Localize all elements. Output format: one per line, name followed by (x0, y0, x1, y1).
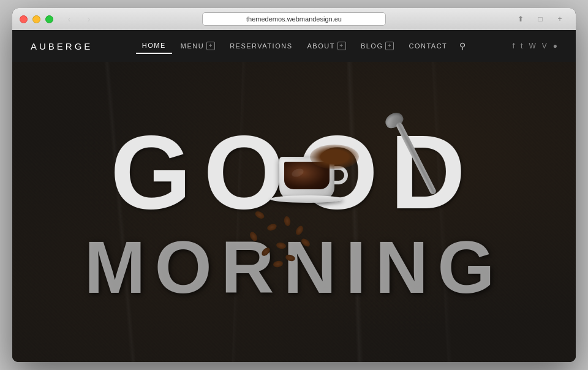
coffee-bean-3 (249, 231, 259, 243)
close-button[interactable] (20, 15, 28, 23)
menu-plus-icon: + (206, 42, 215, 50)
coffee-scene (243, 120, 402, 304)
coffee-bean-9 (300, 237, 312, 248)
coffee-powder (310, 145, 359, 169)
url-text: themedemos.webmandesign.eu (246, 15, 342, 23)
nav-links: HOME MENU + RESERVATIONS ABOUT + BLOG + … (136, 37, 470, 55)
coffee-shine (291, 167, 305, 178)
nav-blog[interactable]: BLOG + (355, 38, 401, 54)
facebook-icon[interactable]: f (513, 42, 514, 50)
search-icon[interactable]: ⚲ (456, 37, 469, 55)
coffee-bean-7 (285, 254, 296, 262)
social-icons: f t W V ● (513, 42, 557, 50)
globe-icon[interactable]: ● (553, 42, 557, 50)
nav-menu[interactable]: MENU + (175, 38, 221, 54)
new-tab-button[interactable]: □ (532, 13, 549, 25)
wordpress-icon[interactable]: W (529, 42, 535, 50)
nav-about[interactable]: ABOUT + (301, 38, 352, 54)
coffee-bean-10 (273, 260, 283, 268)
browser-window: ‹ › themedemos.webmandesign.eu ⬆ □ + AUB… (12, 8, 576, 362)
back-button[interactable]: ‹ (61, 13, 78, 25)
forward-button[interactable]: › (80, 13, 97, 25)
title-bar-right: ⬆ □ + (512, 13, 568, 25)
coffee-bean-2 (266, 223, 277, 232)
hero-section: GOOD MORNING (12, 62, 576, 362)
coffee-bean-1 (254, 210, 266, 221)
coffee-bean-8 (295, 225, 305, 236)
minimize-button[interactable] (32, 15, 40, 23)
site-logo: AUBERGE (31, 41, 92, 51)
coffee-bean-4 (276, 242, 286, 250)
nav-home[interactable]: HOME (136, 38, 172, 54)
nav-contact[interactable]: CONTACT (402, 39, 453, 53)
browser-nav-buttons: ‹ › (61, 13, 97, 25)
add-tab-button[interactable]: + (551, 13, 568, 25)
cup-saucer (270, 195, 344, 203)
maximize-button[interactable] (45, 15, 53, 23)
site-navbar: AUBERGE HOME MENU + RESERVATIONS ABOUT +… (12, 30, 576, 62)
nav-reservations[interactable]: RESERVATIONS (224, 39, 298, 53)
twitter-icon[interactable]: t (521, 42, 522, 50)
coffee-bean-6 (284, 216, 292, 226)
title-bar: ‹ › themedemos.webmandesign.eu ⬆ □ + (12, 8, 576, 30)
address-bar[interactable]: themedemos.webmandesign.eu (202, 12, 386, 26)
vimeo-icon[interactable]: V (542, 42, 547, 50)
about-plus-icon: + (337, 42, 346, 50)
blog-plus-icon: + (385, 42, 394, 50)
share-button[interactable]: ⬆ (512, 13, 529, 25)
traffic-lights (20, 15, 53, 23)
coffee-bean-5 (260, 246, 271, 257)
